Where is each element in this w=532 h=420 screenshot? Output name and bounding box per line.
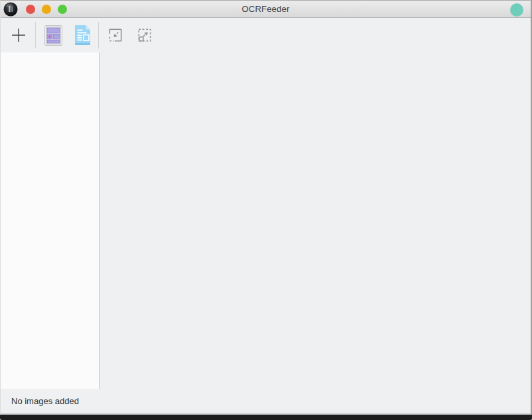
add-image-button[interactable] — [6, 21, 31, 50]
content-area — [1, 52, 531, 389]
maximize-button[interactable] — [58, 5, 67, 14]
window-title: OCRFeeder — [1, 1, 531, 17]
minimize-button[interactable] — [42, 5, 51, 14]
export-document-button[interactable] — [68, 21, 97, 50]
main-canvas[interactable] — [100, 52, 531, 389]
toolbar-separator — [98, 22, 99, 48]
app-icon — [3, 2, 18, 17]
close-button[interactable] — [26, 5, 35, 14]
zoom-in-button[interactable] — [130, 21, 159, 50]
titlebar[interactable]: OCRFeeder — [1, 1, 531, 18]
document-layout-detection-icon — [44, 25, 62, 46]
zoom-out-button[interactable] — [101, 21, 130, 50]
toolbar-separator — [35, 22, 36, 48]
plus-icon — [11, 28, 26, 42]
ocrfeeder-window: OCRFeeder — [0, 0, 532, 420]
recording-indicator — [510, 3, 523, 17]
statusbar: No images added — [1, 389, 531, 413]
document-export-icon — [74, 25, 91, 46]
status-text: No images added — [11, 396, 79, 406]
window-frame — [0, 415, 532, 420]
images-sidebar[interactable] — [1, 52, 100, 389]
enlarge-selection-icon — [136, 27, 153, 44]
detect-recognize-button[interactable] — [38, 21, 68, 50]
shrink-selection-icon — [107, 27, 124, 44]
toolbar — [1, 18, 531, 52]
titlebar-left — [1, 1, 67, 17]
